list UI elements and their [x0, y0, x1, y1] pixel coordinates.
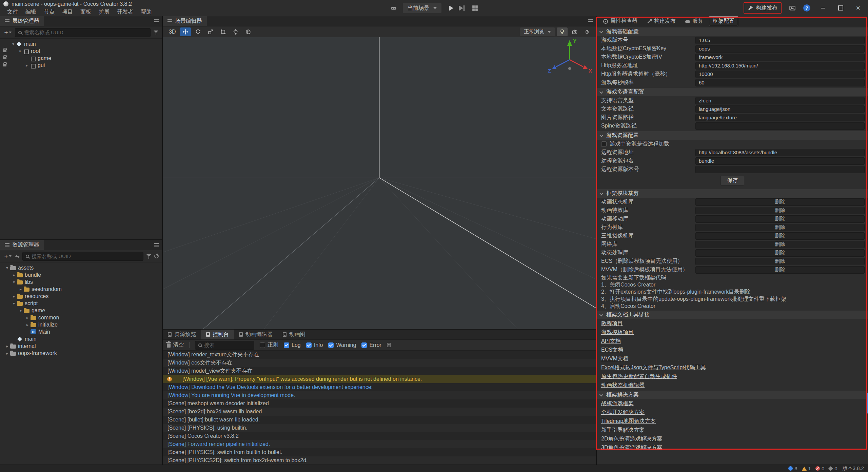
rect-tool-button[interactable] — [218, 27, 229, 36]
asset-node[interactable]: ▾ assets — [0, 264, 162, 271]
log-row[interactable]: [Scene] [PHYSICS2D]: switch from box2d-w… — [163, 456, 596, 465]
doc-link[interactable]: 原生包热更新配置自动生成插件 — [601, 373, 677, 380]
log-row[interactable]: ›[Window] [Vue warn]: Property "onInput"… — [163, 375, 596, 383]
solution-link[interactable]: 新手引导解决方案 — [601, 427, 645, 434]
log-row[interactable]: [Window] ecs文件夹不存在 — [163, 359, 596, 367]
property-input[interactable]: 10000 — [695, 71, 865, 78]
doc-link[interactable]: Excel格式转Json文件与TypeScript代码工具 — [601, 364, 706, 371]
preview-scene-select[interactable]: 当前场景 — [403, 3, 441, 13]
menu-item[interactable]: 项目 — [58, 8, 77, 16]
asset-node[interactable]: main — [0, 335, 162, 342]
hierarchy-node[interactable]: game — [0, 55, 162, 62]
expand-arrow-icon[interactable]: ▾ — [11, 280, 17, 284]
log-row[interactable]: [Scene] meshopt wasm decoder initialized — [163, 399, 596, 408]
log-row[interactable]: ›[Window] You are running Vue in develop… — [163, 391, 596, 399]
expand-arrow-icon[interactable]: ▾ — [4, 266, 10, 270]
solution-link[interactable]: 3D角色扮演游戏解决方案 — [601, 444, 662, 451]
create-node-button[interactable] — [3, 28, 12, 37]
remote-load-checkbox[interactable] — [601, 141, 607, 147]
doc-link[interactable]: 教程项目 — [601, 320, 623, 327]
tab-assets[interactable]: 资源管理器 — [0, 240, 44, 250]
property-input[interactable]: http://localhost:8083/assets/bundle — [695, 149, 865, 156]
console-search-input[interactable] — [204, 342, 251, 348]
expand-arrow-icon[interactable]: ▸ — [18, 287, 24, 292]
property-input[interactable]: 60 — [695, 79, 865, 86]
asset-node[interactable]: ▸ initialize — [0, 321, 162, 328]
menu-item[interactable]: 节点 — [40, 8, 58, 16]
asset-node[interactable]: ▸ common — [0, 314, 162, 321]
inspector-tab[interactable]: 属性检查器 — [599, 16, 641, 26]
assets-search-input[interactable] — [32, 253, 140, 259]
view-mode-select[interactable]: 正常浏览 — [520, 27, 555, 36]
hierarchy-node[interactable]: ▾ root — [0, 47, 162, 55]
filter-checkbox-item[interactable]: Info — [306, 342, 323, 348]
expand-arrow-icon[interactable]: ▾ — [18, 308, 24, 313]
layout-grid-icon[interactable] — [472, 5, 478, 11]
panel-menu[interactable] — [588, 16, 596, 26]
solution-link[interactable]: Tiledmap地图解决方案 — [601, 418, 656, 425]
expand-arrow-icon[interactable]: ▾ — [10, 42, 16, 46]
filter-checkbox-item[interactable]: 正则 — [260, 341, 278, 349]
solution-link[interactable]: 2D角色扮演游戏解决方案 — [601, 435, 662, 442]
save-button[interactable]: 保存 — [721, 176, 744, 185]
screenshot-icon[interactable] — [789, 5, 796, 11]
solution-link[interactable]: 战棋游戏框架 — [601, 400, 634, 407]
scrollbar-thumb[interactable] — [866, 393, 868, 414]
hierarchy-node[interactable]: ▸ gui — [0, 62, 162, 69]
filter-checkbox-item[interactable]: Error — [361, 342, 381, 348]
log-row[interactable]: [Window] render_texture文件夹不存在 — [163, 351, 596, 359]
section-header-solutions[interactable]: 框架解决方案 — [597, 391, 868, 399]
mode-3d-button[interactable]: 3D — [166, 28, 178, 36]
log-row[interactable]: [Scene] [bullet]:bullet wasm lib loaded. — [163, 416, 596, 424]
delete-module-button[interactable]: 删除 — [695, 258, 865, 265]
doc-link[interactable]: 动画状态机编辑器 — [601, 382, 645, 389]
property-input[interactable]: http://192.168.0.150/main/ — [695, 62, 865, 70]
move-tool-button[interactable] — [180, 27, 191, 36]
delete-module-button[interactable]: 删除 — [695, 241, 865, 248]
property-input[interactable]: zh,en — [695, 97, 865, 104]
panel-menu[interactable] — [154, 16, 162, 26]
property-input[interactable]: oops — [695, 45, 865, 53]
property-input[interactable]: bundle — [695, 157, 865, 165]
doc-link[interactable]: API文档 — [601, 338, 621, 345]
log-row[interactable]: [Scene] [PHYSICS]: switch from builtin t… — [163, 448, 596, 456]
tab-scene-editor[interactable]: 场景编辑器 — [163, 16, 207, 26]
menu-item[interactable]: 编辑 — [22, 8, 40, 16]
console-searchbox[interactable] — [195, 341, 254, 350]
step-button[interactable] — [459, 5, 463, 11]
delete-module-button[interactable]: 删除 — [695, 224, 865, 231]
expand-arrow-icon[interactable]: ▸ — [4, 344, 10, 349]
log-row[interactable]: ›[Window] Download the Vue Devtools exte… — [163, 383, 596, 391]
menu-item[interactable]: 帮助 — [137, 8, 155, 16]
camera-settings-button[interactable] — [569, 27, 580, 36]
asset-node[interactable]: ▸ internal — [0, 342, 162, 350]
filter-checkbox-item[interactable]: Warning — [328, 342, 356, 348]
section-header-basic[interactable]: 游戏基础配置 — [597, 27, 868, 36]
gear-icon[interactable] — [582, 27, 593, 36]
log-row[interactable]: [Scene] [PHYSICS]: using builtin. — [163, 424, 596, 432]
build-publish-button[interactable]: 构建发布 — [744, 2, 782, 14]
preview-device-icon[interactable] — [390, 5, 397, 11]
doc-link[interactable]: 游戏模板项目 — [601, 329, 634, 336]
inspector-tab[interactable]: 框架配置 — [709, 16, 738, 26]
create-asset-button[interactable] — [3, 252, 12, 260]
asset-node[interactable]: ▸ oops-framework — [0, 350, 162, 357]
expand-arrow-icon[interactable]: ▸ — [11, 294, 17, 299]
console-tab[interactable]: 控制台 — [201, 330, 234, 339]
log-row[interactable]: [Scene] [box2d]:box2d wasm lib loaded. — [163, 408, 596, 416]
doc-link[interactable]: ECS文档 — [601, 347, 623, 354]
scale-tool-button[interactable] — [205, 27, 216, 36]
section-header-modules[interactable]: 框架模块裁剪 — [597, 189, 868, 198]
expand-arrow-icon[interactable]: ▸ — [24, 63, 30, 68]
expand-arrow-icon[interactable]: ▸ — [11, 273, 17, 277]
delete-module-button[interactable]: 删除 — [695, 266, 865, 274]
delete-module-button[interactable]: 删除 — [695, 215, 865, 223]
scene-viewport[interactable]: Y X Z — [163, 37, 596, 329]
sort-icon[interactable] — [15, 254, 20, 259]
pivot-tool-button[interactable] — [230, 27, 241, 36]
expand-arrow-icon[interactable]: ▾ — [17, 49, 23, 54]
property-input[interactable] — [695, 166, 865, 173]
message-count[interactable]: 1 — [802, 466, 811, 471]
delete-module-button[interactable]: 删除 — [695, 198, 865, 206]
minimize-button[interactable] — [818, 4, 828, 13]
